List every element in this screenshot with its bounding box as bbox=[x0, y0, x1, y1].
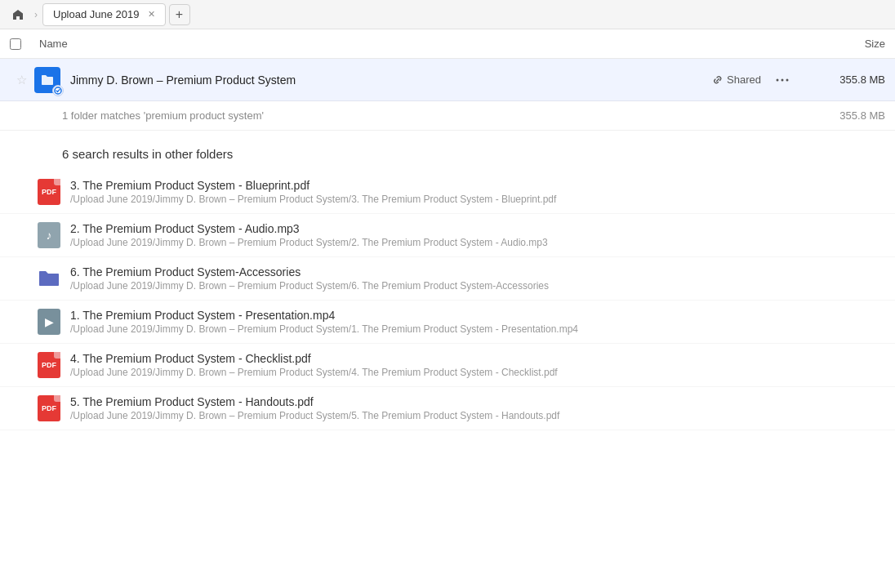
results-container: PDF 3. The Premium Product System - Blue… bbox=[0, 171, 895, 430]
result-path: /Upload June 2019/Jimmy D. Brown – Premi… bbox=[70, 280, 885, 292]
table-header: Name Size bbox=[0, 29, 895, 59]
matches-text: 1 folder matches 'premium product system… bbox=[62, 109, 804, 122]
result-name: 4. The Premium Product System - Checklis… bbox=[70, 352, 885, 365]
result-name: 2. The Premium Product System - Audio.mp… bbox=[70, 222, 885, 235]
folder-name: Jimmy D. Brown – Premium Product System bbox=[62, 74, 712, 87]
matches-size: 355.8 MB bbox=[804, 109, 885, 122]
pdf-icon: PDF bbox=[36, 352, 62, 378]
mp4-icon: ▶ bbox=[36, 309, 62, 335]
result-item[interactable]: PDF 3. The Premium Product System - Blue… bbox=[0, 171, 895, 214]
link-icon bbox=[712, 74, 724, 86]
matches-row: 1 folder matches 'premium product system… bbox=[0, 101, 895, 131]
result-name: 6. The Premium Product System-Accessorie… bbox=[70, 265, 885, 278]
result-item[interactable]: PDF 4. The Premium Product System - Chec… bbox=[0, 344, 895, 387]
size-column-header: Size bbox=[804, 38, 885, 50]
select-all-checkbox[interactable] bbox=[10, 38, 21, 50]
new-tab-button[interactable]: + bbox=[169, 4, 190, 25]
star-icon[interactable]: ☆ bbox=[10, 73, 33, 87]
more-options-button[interactable] bbox=[771, 69, 794, 91]
home-button[interactable] bbox=[7, 3, 29, 26]
result-path: /Upload June 2019/Jimmy D. Brown – Premi… bbox=[70, 237, 885, 248]
svg-point-2 bbox=[781, 78, 784, 81]
pdf-icon: PDF bbox=[36, 179, 62, 205]
mp3-icon: ♪ bbox=[36, 222, 62, 248]
top-bar: › Upload June 2019 ✕ + bbox=[0, 0, 895, 29]
result-path: /Upload June 2019/Jimmy D. Brown – Premi… bbox=[70, 367, 885, 378]
shared-label: Shared bbox=[712, 74, 761, 86]
result-path: /Upload June 2019/Jimmy D. Brown – Premi… bbox=[70, 323, 885, 335]
result-info: 2. The Premium Product System - Audio.mp… bbox=[70, 222, 885, 248]
result-info: 5. The Premium Product System - Handouts… bbox=[70, 395, 885, 421]
result-info: 3. The Premium Product System - Blueprin… bbox=[70, 179, 885, 205]
current-tab[interactable]: Upload June 2019 ✕ bbox=[42, 3, 166, 26]
folder-overlay-icon bbox=[52, 85, 64, 96]
result-item[interactable]: ♪ 2. The Premium Product System - Audio.… bbox=[0, 214, 895, 257]
result-item[interactable]: 6. The Premium Product System-Accessorie… bbox=[0, 257, 895, 301]
tab-close-icon[interactable]: ✕ bbox=[148, 9, 155, 20]
result-path: /Upload June 2019/Jimmy D. Brown – Premi… bbox=[70, 410, 885, 421]
folder-icon bbox=[34, 67, 60, 93]
select-all-checkbox-col[interactable] bbox=[10, 38, 39, 50]
shared-text: Shared bbox=[727, 74, 761, 86]
result-item[interactable]: ▶ 1. The Premium Product System - Presen… bbox=[0, 301, 895, 344]
search-results-header: 6 search results in other folders bbox=[0, 131, 895, 171]
result-info: 4. The Premium Product System - Checklis… bbox=[70, 352, 885, 378]
breadcrumb-separator: › bbox=[34, 9, 38, 20]
tab-label: Upload June 2019 bbox=[53, 8, 140, 20]
result-path: /Upload June 2019/Jimmy D. Brown – Premi… bbox=[70, 194, 885, 205]
folder-row[interactable]: ☆ Jimmy D. Brown – Premium Product Syste… bbox=[0, 59, 895, 101]
result-info: 6. The Premium Product System-Accessorie… bbox=[70, 265, 885, 292]
pdf-icon: PDF bbox=[36, 395, 62, 421]
folder-size: 355.8 MB bbox=[804, 74, 885, 86]
svg-point-3 bbox=[786, 78, 789, 81]
svg-point-1 bbox=[777, 78, 779, 81]
result-name: 5. The Premium Product System - Handouts… bbox=[70, 395, 885, 408]
result-info: 1. The Premium Product System - Presenta… bbox=[70, 309, 885, 335]
result-name: 3. The Premium Product System - Blueprin… bbox=[70, 179, 885, 192]
result-name: 1. The Premium Product System - Presenta… bbox=[70, 309, 885, 322]
name-column-header: Name bbox=[39, 38, 804, 50]
result-item[interactable]: PDF 5. The Premium Product System - Hand… bbox=[0, 387, 895, 430]
folder-icon bbox=[36, 266, 62, 291]
folder-icon-wrap bbox=[33, 67, 62, 93]
